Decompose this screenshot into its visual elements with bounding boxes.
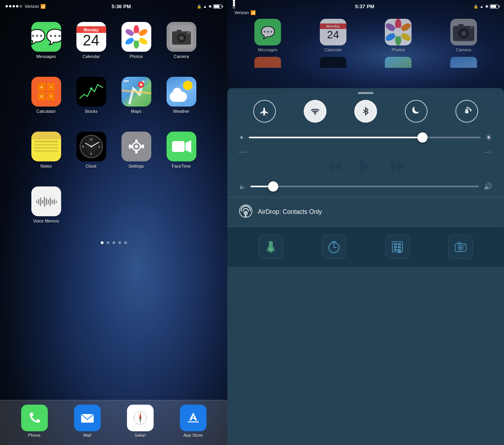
home-camera[interactable]: Camera: [450, 19, 477, 52]
cc-toggles-row: [227, 100, 504, 123]
do-not-disturb-toggle[interactable]: [405, 100, 428, 123]
quick-camera-button[interactable]: [448, 235, 473, 259]
facetime-label: FaceTime: [172, 164, 191, 168]
home-row2-partial: [227, 52, 504, 68]
airdrop-icon: [239, 204, 252, 219]
app-maps[interactable]: 280 280 Maps: [114, 74, 159, 128]
fastforward-button[interactable]: [391, 161, 405, 175]
timer-button[interactable]: [322, 235, 346, 259]
bluetooth-toggle[interactable]: [354, 100, 377, 123]
brightness-min-icon: ☀: [239, 134, 244, 141]
play-svg: [360, 160, 371, 173]
app-weather[interactable]: Weather: [159, 74, 204, 128]
home-cal-date: 24: [327, 29, 339, 41]
dock-appstore[interactable]: App Store: [180, 405, 207, 438]
calendar-date: 24: [83, 33, 99, 48]
quick-calculator-button[interactable]: [385, 235, 410, 259]
svg-text:÷: ÷: [49, 93, 53, 99]
clock-9-mark: 9: [82, 145, 84, 148]
messages-label: Messages: [36, 54, 56, 59]
rotation-lock-toggle[interactable]: [455, 100, 478, 123]
dock-mail[interactable]: Mail: [74, 405, 101, 438]
clock-face: 12 3 6 9: [80, 135, 103, 158]
airplane-mode-toggle[interactable]: [253, 100, 276, 123]
wifi-toggle[interactable]: [304, 100, 326, 123]
settings-label: Settings: [129, 164, 144, 168]
home-calendar-icon: Monday 24: [320, 19, 346, 45]
svg-rect-53: [46, 198, 47, 205]
app-voicememos[interactable]: Voice Memos: [24, 183, 69, 238]
page-dot-2[interactable]: [107, 241, 109, 244]
app-notes[interactable]: Notes: [24, 128, 69, 183]
app-camera[interactable]: Camera: [159, 19, 204, 74]
dock-safari[interactable]: Safari: [127, 405, 154, 438]
page-dot-5[interactable]: [124, 241, 127, 244]
app-calendar[interactable]: Monday 24 Calendar: [69, 19, 114, 74]
home-messages-icon: 💬: [254, 19, 281, 45]
signal-dot-1: [5, 5, 8, 7]
voicememos-svg: [34, 190, 58, 213]
svg-rect-52: [44, 197, 45, 207]
home-cal-header: Monday: [320, 24, 346, 29]
partial-icon-weather: [450, 57, 477, 68]
home-photos-label: Photos: [392, 47, 405, 52]
notes-line: [34, 141, 58, 142]
brightness-fill: [249, 137, 422, 138]
svg-marker-97: [391, 161, 398, 172]
photos-svg: [125, 25, 148, 49]
page-dots: [0, 241, 227, 244]
home-messages[interactable]: 💬 Messages: [254, 19, 281, 52]
notes-icon: [31, 132, 61, 161]
page-dot-4[interactable]: [118, 241, 121, 244]
signal-dot-5: [20, 5, 22, 7]
svg-point-93: [466, 112, 467, 112]
page-dot-1[interactable]: [101, 241, 103, 244]
notes-label: Notes: [40, 164, 52, 168]
svg-rect-118: [394, 249, 397, 251]
signal-dot-2: [9, 5, 11, 7]
svg-rect-88: [458, 24, 464, 27]
app-clock[interactable]: 12 3 6 9 Clock: [69, 128, 114, 183]
svg-rect-54: [48, 199, 49, 204]
camera-svg: [170, 25, 193, 49]
rewind-button[interactable]: [326, 161, 341, 175]
svg-rect-25: [76, 77, 106, 107]
home-messages-label: Messages: [258, 47, 277, 52]
app-facetime[interactable]: FaceTime: [159, 128, 204, 183]
app-settings[interactable]: Settings: [114, 128, 159, 183]
play-button[interactable]: [360, 160, 371, 175]
volume-thumb[interactable]: [268, 181, 278, 192]
svg-rect-117: [398, 246, 401, 248]
svg-rect-116: [394, 246, 397, 248]
right-wifi-icon: 📶: [250, 10, 256, 15]
right-battery: [490, 4, 499, 9]
moon-svg: [412, 107, 421, 116]
home-calendar[interactable]: Monday 24 Calendar: [320, 19, 346, 52]
brightness-thumb[interactable]: [417, 132, 428, 143]
svg-rect-48: [36, 201, 37, 203]
svg-rect-119: [398, 249, 401, 253]
svg-rect-36: [135, 139, 138, 143]
clock-center: [91, 146, 92, 147]
flashlight-button[interactable]: [259, 235, 283, 259]
messages-icon: 💬: [31, 22, 61, 52]
app-messages[interactable]: 💬 Messages: [24, 19, 69, 74]
right-status-bar: Verizon 📶 5:37 PM 🔒 ▲ ✱: [227, 0, 504, 11]
app-photos[interactable]: Photos: [114, 19, 159, 74]
volume-track[interactable]: [250, 186, 479, 187]
rotation-lock-svg: [462, 107, 471, 116]
page-dot-3[interactable]: [112, 241, 115, 244]
stocks-svg: [76, 77, 106, 107]
right-location-icon: ▲: [480, 4, 484, 9]
airdrop-row[interactable]: AirDrop: Contacts Only: [227, 197, 504, 227]
weather-label: Weather: [173, 109, 189, 114]
dock-phone[interactable]: Phone: [21, 405, 48, 438]
svg-point-35: [135, 145, 138, 148]
home-photos[interactable]: Photos: [385, 19, 412, 52]
app-calculator[interactable]: + − × ÷ Calculator: [24, 74, 69, 128]
app-stocks[interactable]: Stocks: [69, 74, 114, 128]
phone-label: Phone: [28, 433, 41, 438]
appstore-svg: [185, 409, 202, 427]
brightness-track[interactable]: [249, 137, 480, 138]
control-center: ☀ ☀ --:-- --:--: [227, 88, 504, 445]
